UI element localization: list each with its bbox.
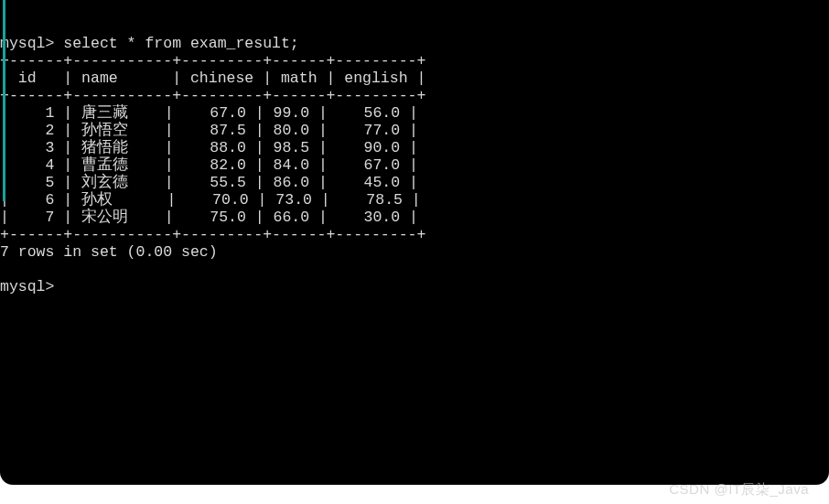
- table-border-top: +------+-----------+---------+------+---…: [0, 52, 425, 70]
- table-row: | 3 | 猪悟能 | 88.0 | 98.5 | 90.0 |: [0, 139, 418, 156]
- scrollbar-indicator[interactable]: [3, 0, 5, 201]
- table-row: | 2 | 孙悟空 | 87.5 | 80.0 | 77.0 |: [0, 122, 418, 139]
- sql-query: select * from exam_result;: [63, 35, 298, 52]
- table-header-row: | id | name | chinese | math | english |: [0, 70, 425, 87]
- table-row: | 7 | 宋公明 | 75.0 | 66.0 | 30.0 |: [0, 209, 418, 226]
- mysql-prompt: mysql>: [0, 35, 63, 52]
- terminal-window[interactable]: mysql> select * from exam_result; +-----…: [0, 0, 829, 485]
- table-row: | 6 | 孙权 | 70.0 | 73.0 | 78.5 |: [0, 191, 421, 209]
- table-border-mid: +------+-----------+---------+------+---…: [0, 87, 425, 104]
- watermark-text: CSDN @IT辰柒_Java: [669, 481, 809, 499]
- table-row: | 1 | 唐三藏 | 67.0 | 99.0 | 56.0 |: [0, 104, 418, 122]
- mysql-prompt-empty[interactable]: mysql>: [0, 278, 63, 295]
- table-border-bottom: +------+-----------+---------+------+---…: [0, 226, 425, 243]
- result-summary: 7 rows in set (0.00 sec): [0, 243, 218, 261]
- table-row: | 5 | 刘玄德 | 55.5 | 86.0 | 45.0 |: [0, 174, 418, 191]
- table-row: | 4 | 曹孟德 | 82.0 | 84.0 | 67.0 |: [0, 156, 418, 174]
